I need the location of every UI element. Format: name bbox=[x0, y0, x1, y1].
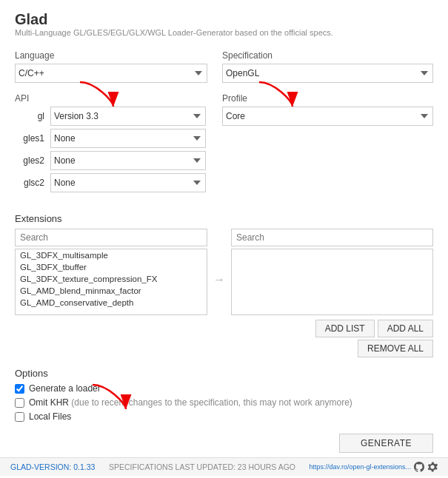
profile-select[interactable]: Core Compatibility bbox=[222, 107, 433, 126]
options-label: Options bbox=[15, 368, 433, 379]
app-subtitle: Multi-Language GL/GLES/EGL/GLX/WGL Loade… bbox=[15, 28, 433, 37]
api-gles1-label: gles1 bbox=[15, 133, 44, 144]
specification-select[interactable]: OpenGL OpenGL ES EGL GLX WGL bbox=[222, 64, 433, 83]
settings-icon bbox=[427, 462, 438, 472]
api-gles1-select[interactable]: None Version 1.0 bbox=[50, 129, 206, 148]
extensions-search-right[interactable] bbox=[231, 229, 433, 246]
local-files-checkbox[interactable] bbox=[15, 412, 24, 422]
extensions-listbox-left[interactable]: GL_3DFX_multisample GL_3DFX_tbuffer GL_3… bbox=[15, 249, 207, 315]
profile-label: Profile bbox=[222, 93, 433, 104]
footer-specs: SPECIFICATIONS LAST UPDATED: 23 HOURS AG… bbox=[102, 462, 301, 471]
list-item[interactable]: GL_3DFX_multisample bbox=[16, 249, 207, 261]
list-item[interactable]: GL_AMD_blend_minmax_factor bbox=[16, 285, 207, 297]
generate-loader-checkbox[interactable] bbox=[15, 384, 24, 394]
github-icon bbox=[414, 462, 424, 472]
api-gl-select[interactable]: None Version 1.0 Version 2.0 Version 3.3… bbox=[50, 107, 206, 126]
list-item[interactable]: GL_3DFX_texture_compression_FX bbox=[16, 273, 207, 285]
api-glsc2-label: glsc2 bbox=[15, 178, 44, 188]
footer-version: GLAD-VERSION: 0.1.33 bbox=[10, 462, 95, 471]
omit-khr-label: Omit KHR (due to recent changes to the s… bbox=[29, 397, 352, 408]
omit-khr-checkbox[interactable] bbox=[15, 398, 24, 408]
remove-all-button[interactable]: REMOVE ALL bbox=[358, 340, 433, 357]
extensions-label: Extensions bbox=[15, 213, 433, 224]
add-all-button[interactable]: ADD ALL bbox=[378, 320, 433, 337]
language-label: Language bbox=[15, 50, 207, 61]
local-files-label: Local Files bbox=[29, 411, 71, 422]
footer: GLAD-VERSION: 0.1.33 SPECIFICATIONS LAST… bbox=[0, 457, 448, 476]
generate-loader-label: Generate a loader bbox=[29, 383, 101, 394]
footer-link[interactable]: https://dav.ro/open-gl-extensions... bbox=[310, 463, 411, 471]
extensions-search-left[interactable] bbox=[15, 229, 207, 246]
app-title: Glad bbox=[15, 10, 433, 28]
generate-button[interactable]: GENERATE bbox=[339, 434, 433, 453]
add-list-button[interactable]: ADD LIST bbox=[315, 320, 375, 337]
api-label: API bbox=[15, 93, 207, 104]
specification-label: Specification bbox=[222, 50, 433, 61]
api-glsc2-select[interactable]: None Version 2.0 bbox=[50, 173, 206, 192]
api-gles2-label: gles2 bbox=[15, 155, 44, 166]
extensions-listbox-right[interactable] bbox=[231, 249, 433, 315]
transfer-arrow-icon: → bbox=[213, 273, 225, 286]
list-item[interactable]: GL_AMD_conservative_depth bbox=[16, 297, 207, 309]
api-gles2-select[interactable]: None Version 2.0 Version 3.0 Version 3.2 bbox=[50, 151, 206, 170]
list-item[interactable]: GL_3DFX_tbuffer bbox=[16, 261, 207, 273]
api-gl-label: gl bbox=[15, 111, 44, 121]
language-select[interactable]: C/C++ C D Nim Pascal Volt bbox=[15, 64, 207, 83]
